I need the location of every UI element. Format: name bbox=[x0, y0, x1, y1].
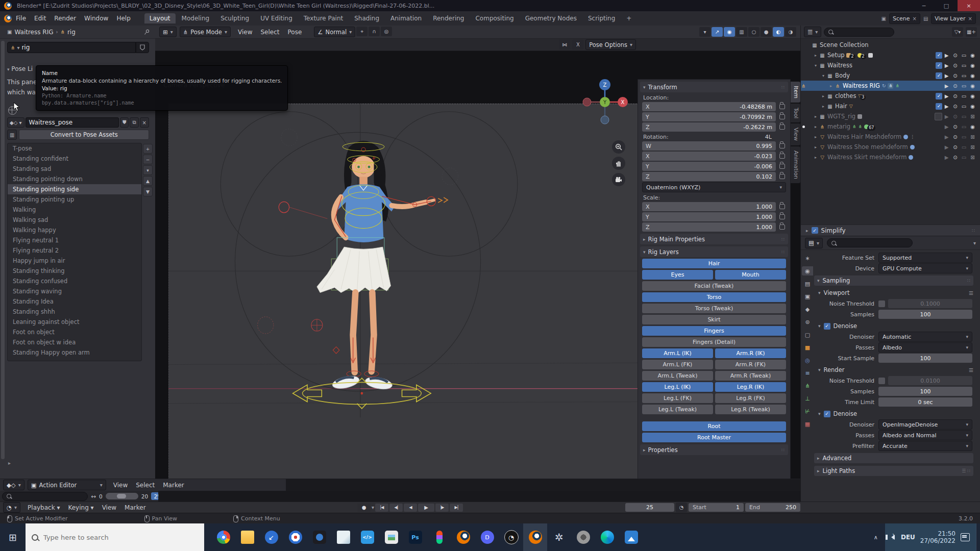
dope-menu-select[interactable]: Select bbox=[132, 478, 159, 492]
screen-toggle-icon[interactable]: ▭ bbox=[960, 83, 968, 89]
pose-item-standing-pointing-up[interactable]: Standing pointing up bbox=[8, 194, 141, 205]
xray-toggle-icon[interactable]: ▥ bbox=[736, 27, 747, 37]
unlock-icon[interactable] bbox=[779, 104, 785, 109]
screen-toggle-icon[interactable]: ▭ bbox=[960, 73, 968, 79]
pan-hand-button[interactable] bbox=[612, 157, 625, 170]
rotation-w-field[interactable]: W0.995 bbox=[642, 141, 776, 151]
workspace-tab-sculpting[interactable]: Sculpting bbox=[215, 13, 254, 23]
taskbar-app-chrome[interactable] bbox=[211, 523, 235, 551]
auto-keying-button[interactable]: ● bbox=[357, 504, 371, 512]
pose-item-standing-shhh[interactable]: Standing shhh bbox=[8, 307, 141, 317]
pivot-point-icon[interactable]: ⌖ bbox=[356, 27, 368, 36]
taskbar-app-image-viewer[interactable] bbox=[619, 523, 643, 551]
rig-layer-button-fingers[interactable]: Fingers bbox=[642, 326, 786, 336]
transform-orientation-selector[interactable]: ∠ Normal ▾ bbox=[314, 27, 355, 37]
gizmos-icon[interactable]: ↗ bbox=[712, 27, 723, 37]
noise-threshold-field[interactable]: 0.1000 bbox=[888, 299, 972, 308]
zoom-button[interactable] bbox=[612, 140, 625, 154]
prev-keyframe-button[interactable]: ◀| bbox=[389, 504, 403, 512]
sub-panel-denoise[interactable]: ▾✓Denoise bbox=[818, 321, 973, 331]
denoiser-dropdown[interactable]: Automatic▾ bbox=[878, 332, 972, 342]
panel-scrollbar[interactable] bbox=[1, 41, 5, 459]
navigation-gizmo[interactable]: Z X Y bbox=[582, 79, 628, 125]
taskbar-search-input[interactable] bbox=[42, 533, 187, 542]
view-layer-selector[interactable]: View Layer× bbox=[931, 13, 976, 24]
cursor-toggle-icon[interactable]: ▶ bbox=[942, 114, 951, 119]
rig-layer-button-leg-r-ik[interactable]: Leg.R (IK) bbox=[715, 382, 786, 392]
unlock-icon[interactable] bbox=[779, 154, 785, 159]
prefilter-dropdown[interactable]: Accurate▾ bbox=[878, 441, 972, 451]
pose-item-leaning-against-object[interactable]: Leaning against object bbox=[8, 317, 141, 327]
n-panel-tab-view[interactable]: View bbox=[791, 123, 800, 145]
rotation-y-field[interactable]: Y-0.006 bbox=[642, 162, 776, 171]
collection-checkbox[interactable]: ✓ bbox=[936, 72, 942, 79]
samples-field[interactable]: 100 bbox=[878, 387, 972, 396]
menu-help[interactable]: Help bbox=[112, 11, 134, 26]
cursor-toggle-icon[interactable]: ▶ bbox=[942, 93, 951, 99]
mirror-x-toggle[interactable]: X bbox=[572, 40, 583, 49]
scale-x-field[interactable]: X1.000 bbox=[642, 202, 776, 211]
outliner-row-scene-collection[interactable]: ▦Scene Collection bbox=[801, 40, 980, 50]
pose-mirror-icon[interactable]: ⋈ bbox=[559, 40, 570, 49]
pose-item-standing-confused[interactable]: Standing confused bbox=[8, 276, 141, 286]
properties-options-icon[interactable]: ▾ bbox=[973, 240, 976, 246]
viewport-canvas[interactable]: Camera Perspective Z X Y bbox=[155, 51, 800, 479]
transform-panel-header[interactable]: ▾Transform∷ bbox=[640, 82, 788, 92]
pose-item-t-pose[interactable]: T-pose bbox=[8, 143, 141, 154]
properties-search[interactable] bbox=[827, 238, 913, 247]
cursor-toggle-icon[interactable]: ▶ bbox=[942, 134, 951, 140]
properties-tab-render[interactable]: ◉ bbox=[802, 266, 813, 276]
rig-layer-button-leg-r-fk[interactable]: Leg.R (FK) bbox=[715, 393, 786, 403]
proportional-editing-icon[interactable]: ◎ bbox=[381, 27, 392, 36]
camera-toggle-icon[interactable]: ⊠ bbox=[968, 155, 977, 160]
play-reverse-button[interactable]: ◀ bbox=[404, 504, 417, 512]
maximize-button[interactable]: □ bbox=[935, 0, 958, 11]
start-sample-field[interactable]: 100 bbox=[878, 354, 972, 363]
taskbar-app-photoshop[interactable]: Ps bbox=[403, 523, 427, 551]
workspace-tab-shading[interactable]: Shading bbox=[349, 13, 384, 23]
fake-user-shield-button[interactable] bbox=[136, 42, 149, 53]
new-collection-icon[interactable]: ▦+ bbox=[966, 27, 977, 37]
next-keyframe-button[interactable]: |▶ bbox=[435, 504, 449, 512]
show-desktop-button[interactable] bbox=[976, 523, 980, 551]
screen-toggle-icon[interactable]: ▭ bbox=[960, 124, 968, 130]
preset-icon[interactable]: ☰ bbox=[969, 367, 973, 373]
simplify-checkbox[interactable]: ✓ bbox=[812, 227, 818, 234]
pose-library-browse-icon[interactable]: ◆◇ ▾ bbox=[7, 117, 24, 128]
outliner-filter-icon[interactable]: ▽▾ bbox=[952, 27, 963, 37]
properties-tab-output[interactable]: ▤ bbox=[802, 279, 813, 288]
screen-toggle-icon[interactable]: ▭ bbox=[960, 144, 968, 150]
rotation-x-field[interactable]: X-0.023 bbox=[642, 152, 776, 161]
pin-icon[interactable] bbox=[144, 29, 150, 35]
start-button[interactable]: ⊞ bbox=[0, 523, 26, 551]
workspace-tab-layout[interactable]: Layout bbox=[144, 13, 176, 23]
pose-library-panel-header[interactable]: ▾ Pose Li bbox=[7, 65, 33, 72]
play-button[interactable]: ▶ bbox=[418, 504, 434, 512]
scale-y-field[interactable]: Y1.000 bbox=[642, 212, 776, 221]
expand-icon[interactable]: ▾ bbox=[813, 63, 819, 68]
properties-tab-object[interactable]: ■ bbox=[802, 343, 813, 352]
start-frame-field[interactable]: Start1 bbox=[689, 503, 744, 512]
outliner-search[interactable] bbox=[824, 28, 894, 37]
clock-tray-block[interactable]: DEU 21:5027/06/2022 bbox=[885, 523, 976, 551]
taskbar-app-media-player[interactable] bbox=[307, 523, 331, 551]
pose-list[interactable]: T-poseStanding confidentStanding sadStan… bbox=[7, 143, 142, 361]
rig-layer-button-facial-tweak[interactable]: Facial (Tweak) bbox=[642, 281, 786, 291]
screen-toggle-icon[interactable]: ▭ bbox=[960, 114, 968, 119]
workspace-tab-uv-editing[interactable]: UV Editing bbox=[255, 13, 298, 23]
properties-tab-physics[interactable]: ◎ bbox=[802, 356, 813, 365]
close-button[interactable]: × bbox=[958, 0, 980, 11]
camera-toggle-icon[interactable]: ⊠ bbox=[968, 134, 977, 140]
taskbar-app-figma[interactable] bbox=[427, 523, 451, 551]
viewport-menu-view[interactable]: View bbox=[234, 25, 256, 39]
noise-threshold-checkbox[interactable] bbox=[878, 378, 885, 384]
workspace-tab-texture-paint[interactable]: Texture Paint bbox=[299, 13, 348, 23]
taskbar-app-obs-studio[interactable]: ◔ bbox=[499, 523, 523, 551]
rig-main-properties-header[interactable]: ▸Rig Main Properties∷ bbox=[640, 234, 788, 244]
cursor-toggle-icon[interactable]: ▶ bbox=[942, 73, 951, 79]
outliner-display-mode[interactable]: ☰ ▾ bbox=[804, 27, 821, 37]
move-down-button[interactable]: ▼ bbox=[143, 187, 153, 196]
unlock-icon[interactable] bbox=[779, 214, 785, 219]
properties-panel-header[interactable]: ▸Properties∷ bbox=[640, 444, 788, 455]
properties-tab-bone[interactable]: ⊥ bbox=[802, 394, 813, 403]
